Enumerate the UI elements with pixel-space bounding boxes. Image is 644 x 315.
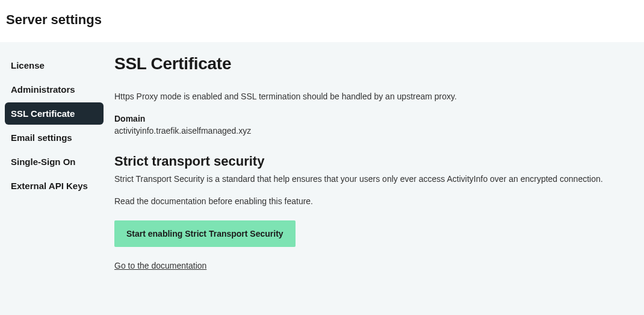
content-wrapper: License Administrators SSL Certificate E… [0,42,644,315]
sidebar: License Administrators SSL Certificate E… [0,54,108,297]
sts-title: Strict transport security [114,154,632,169]
sts-description: Strict Transport Security is a standard … [114,173,632,186]
sidebar-item-label: License [11,60,45,70]
start-enabling-sts-button[interactable]: Start enabling Strict Transport Security [114,220,296,247]
sidebar-item-label: Single-Sign On [11,157,76,167]
proxy-notice: Https Proxy mode is enabled and SSL term… [114,90,632,103]
sidebar-item-external-api-keys[interactable]: External API Keys [5,175,104,197]
sidebar-item-email-settings[interactable]: Email settings [5,126,104,149]
sidebar-item-license[interactable]: License [5,54,104,76]
sidebar-item-administrators[interactable]: Administrators [5,78,104,101]
main-title: SSL Certificate [114,54,632,73]
sidebar-item-label: External API Keys [11,181,88,191]
sidebar-item-label: SSL Certificate [11,108,75,119]
main-content: SSL Certificate Https Proxy mode is enab… [108,54,644,297]
sts-read-doc: Read the documentation before enabling t… [114,196,632,206]
domain-value: activityinfo.traefik.aiselfmanaged.xyz [114,126,632,136]
sidebar-item-single-sign-on[interactable]: Single-Sign On [5,151,104,173]
documentation-link[interactable]: Go to the documentation [114,261,206,270]
page-title: Server settings [6,12,638,28]
sidebar-item-label: Administrators [11,84,75,95]
page-header: Server settings [0,0,644,42]
sidebar-item-ssl-certificate[interactable]: SSL Certificate [5,102,104,125]
domain-label: Domain [114,114,632,123]
sidebar-item-label: Email settings [11,133,72,143]
